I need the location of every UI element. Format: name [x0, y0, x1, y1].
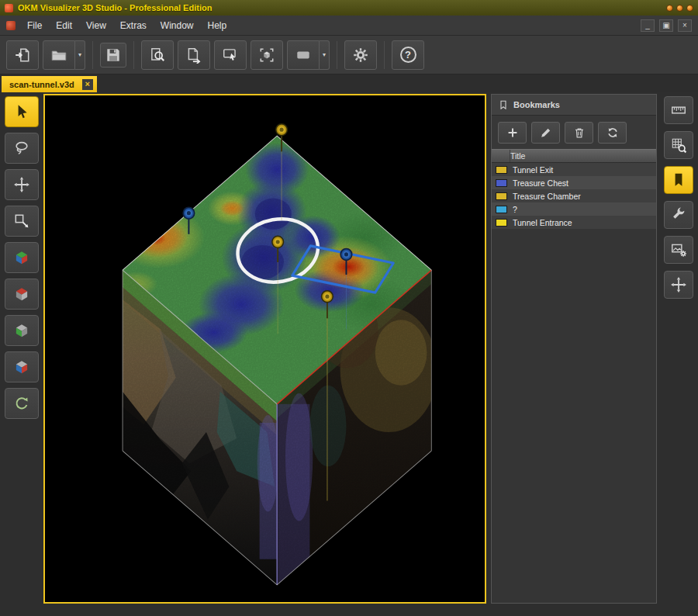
menu-extras[interactable]: Extras	[115, 18, 152, 33]
open-file-button[interactable]	[43, 40, 75, 70]
toolbar-separator	[384, 41, 385, 69]
shape-overlay-button[interactable]	[287, 40, 320, 70]
bookmarks-toolbar	[492, 116, 656, 149]
bookmarks-table-header: Title	[492, 149, 656, 163]
shape-overlay-dropdown[interactable]: ▾	[320, 40, 330, 70]
tab-close-button[interactable]: ×	[82, 79, 93, 90]
bookmark-row[interactable]: Treasure Chamber	[492, 189, 656, 202]
refresh-bookmarks-button[interactable]	[598, 122, 627, 144]
scan-canvas[interactable]	[43, 94, 486, 604]
measurement-ruler-tool[interactable]	[664, 96, 693, 124]
preview-zoom-button[interactable]	[141, 40, 174, 70]
bookmark-row[interactable]: Tunnel Exit	[492, 163, 656, 176]
bookmark-title: Tunnel Exit	[513, 165, 553, 175]
menu-bar: File Edit View Extras Window Help _ ▣ ×	[0, 16, 698, 36]
menu-help[interactable]: Help	[202, 18, 233, 33]
bookmarks-panel-title: Bookmarks	[513, 100, 560, 109]
pencil-icon	[539, 126, 553, 140]
add-bookmark-button[interactable]	[498, 122, 527, 144]
window-title: OKM Visualizer 3D Studio - Professional …	[18, 3, 662, 12]
bookmark-row[interactable]: Tunnel Entrance	[492, 216, 656, 229]
rotate-view-tool[interactable]	[5, 388, 39, 419]
tab-label: scan-tunnel.v3d	[9, 80, 74, 89]
capture-view-button[interactable]	[214, 40, 247, 70]
refresh-icon	[606, 126, 620, 140]
tools-tool[interactable]	[664, 201, 693, 229]
tab-scan-tunnel[interactable]: scan-tunnel.v3d ×	[2, 76, 97, 92]
help-icon: ?	[400, 47, 416, 63]
window-minimize-button[interactable]	[666, 5, 673, 12]
view-cube-perspective-tool[interactable]	[5, 242, 39, 273]
bookmark-title: ?	[513, 205, 517, 214]
cube-top-icon	[13, 286, 30, 303]
canvas-area	[43, 92, 489, 616]
toolbar-separator	[92, 41, 93, 69]
close-icon[interactable]: ×	[678, 19, 692, 32]
cube-perspective-icon	[13, 249, 30, 266]
scan-3d-viewport[interactable]	[45, 95, 485, 602]
scan-3d-view-button[interactable]	[251, 40, 283, 70]
cube-front-icon	[13, 358, 30, 375]
menu-file[interactable]: File	[22, 18, 47, 33]
export-pdf-button[interactable]	[178, 40, 210, 70]
lasso-select-tool[interactable]	[5, 133, 39, 164]
image-gear-icon	[670, 241, 687, 258]
bookmark-row[interactable]: Treasure Chest	[492, 176, 656, 189]
bookmarks-panel-header: Bookmarks	[492, 95, 656, 116]
app-logo-icon	[5, 4, 13, 12]
view-cube-side-tool[interactable]	[5, 315, 39, 346]
window-restore-button[interactable]	[676, 5, 683, 12]
minimize-icon[interactable]: _	[641, 19, 655, 32]
save-file-button[interactable]	[100, 43, 126, 67]
menu-edit[interactable]: Edit	[50, 18, 78, 33]
delete-bookmark-button[interactable]	[565, 122, 593, 144]
pan-view-tool[interactable]	[664, 271, 693, 299]
scale-view-tool[interactable]	[5, 206, 39, 237]
toolbar-separator	[133, 41, 134, 69]
view-cube-top-tool[interactable]	[5, 279, 39, 310]
main-area: Bookmarks Title	[0, 92, 698, 616]
menu-window[interactable]: Window	[155, 18, 199, 33]
grid-zoom-tool[interactable]	[664, 131, 693, 159]
move-view-tool[interactable]	[5, 169, 39, 200]
bookmark-icon	[499, 100, 508, 109]
gear-icon	[352, 47, 369, 64]
restore-icon[interactable]: ▣	[659, 19, 673, 32]
window-close-button[interactable]	[686, 5, 693, 12]
import-scan-button[interactable]	[6, 40, 39, 70]
import-icon	[14, 47, 31, 64]
menu-view[interactable]: View	[81, 18, 112, 33]
rotate-icon	[13, 395, 30, 412]
help-button[interactable]: ?	[392, 40, 424, 70]
rectangle-shape-icon	[295, 47, 312, 64]
bookmark-color-swatch	[496, 192, 507, 200]
pan-arrows-icon	[670, 276, 687, 293]
lasso-icon	[13, 140, 30, 157]
cube-side-icon	[13, 322, 30, 339]
trash-icon	[572, 126, 586, 140]
scan-3d-icon	[258, 47, 275, 64]
wrench-icon	[670, 206, 687, 223]
bookmarks-panel: Bookmarks Title	[491, 94, 657, 604]
bookmarks-list: Tunnel Exit Treasure Chest Treasure Cham…	[492, 163, 656, 229]
bookmarks-tool[interactable]	[664, 166, 693, 194]
bookmark-row[interactable]: ?	[492, 202, 656, 216]
view-cube-front-tool[interactable]	[5, 351, 39, 382]
plus-icon	[506, 126, 520, 140]
image-settings-tool[interactable]	[664, 236, 693, 264]
move-arrows-icon	[13, 176, 30, 193]
pdf-export-icon	[185, 47, 202, 64]
settings-button[interactable]	[344, 40, 377, 70]
edit-bookmark-button[interactable]	[531, 122, 560, 144]
open-folder-icon	[50, 47, 67, 64]
select-pointer-tool[interactable]	[5, 96, 39, 127]
main-toolbar: ▾ ▾ ?	[0, 36, 698, 74]
app-menu-icon[interactable]	[6, 21, 16, 30]
document-tab-bar: scan-tunnel.v3d ×	[0, 74, 698, 92]
bookmark-title: Treasure Chamber	[513, 192, 581, 201]
bookmarks-title-column: Title	[510, 151, 525, 161]
open-file-dropdown[interactable]: ▾	[75, 40, 85, 70]
left-tool-column	[0, 92, 43, 616]
magnifier-document-icon	[149, 47, 166, 64]
bookmark-color-swatch	[496, 179, 507, 187]
